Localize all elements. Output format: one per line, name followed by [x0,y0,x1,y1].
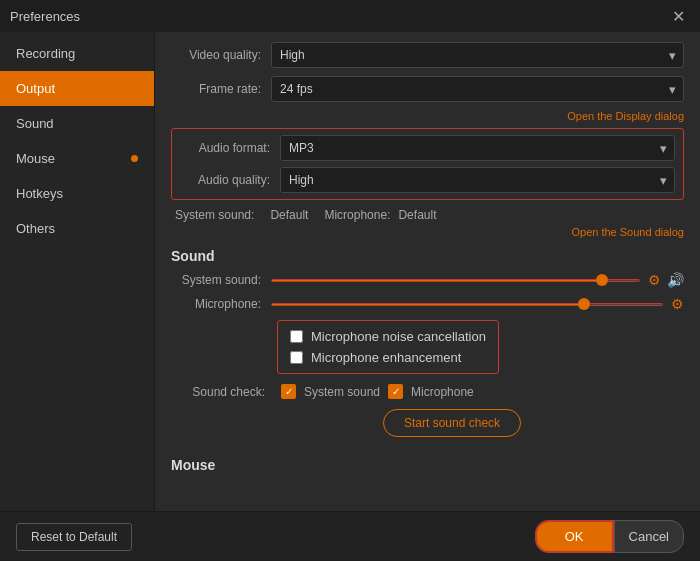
reset-to-default-button[interactable]: Reset to Default [16,523,132,551]
microphone-status-value: Default [398,208,436,222]
microphone-checkboxes-container: Microphone noise cancellation Microphone… [277,320,684,374]
microphone-slider-row: Microphone: ⚙ [171,296,684,312]
audio-format-label: Audio format: [180,141,280,155]
audio-quality-label: Audio quality: [180,173,280,187]
system-sound-check-label: System sound [304,385,380,399]
microphone-check-checkbox[interactable]: ✓ [388,384,403,399]
system-sound-check-checkbox[interactable]: ✓ [281,384,296,399]
video-quality-row: Video quality: High [171,42,684,68]
start-sound-check-container: Start sound check [277,409,684,447]
audio-settings-box: Audio format: MP3 Audio quality: High [171,128,684,200]
sidebar-item-mouse[interactable]: Mouse [0,141,154,176]
audio-format-select[interactable]: MP3 [280,135,675,161]
sound-check-row: Sound check: ✓ System sound ✓ Microphone [171,384,684,399]
open-sound-dialog-link[interactable]: Open the Sound dialog [171,226,684,238]
enhancement-row: Microphone enhancement [290,350,486,365]
sidebar-item-others-label: Others [16,221,55,236]
system-sound-slider-track[interactable] [271,279,640,282]
mouse-section-heading: Mouse [171,457,684,473]
system-sound-icons: ⚙ 🔊 [648,272,684,288]
sidebar-item-others[interactable]: Others [0,211,154,246]
noise-cancellation-checkbox[interactable] [290,330,303,343]
audio-format-select-wrapper: MP3 [280,135,675,161]
microphone-slider-thumb[interactable] [578,298,590,310]
audio-quality-select-wrapper: High [280,167,675,193]
start-sound-check-button[interactable]: Start sound check [383,409,521,437]
sound-status-row: System sound: Default Microphone: Defaul… [171,208,684,222]
sidebar-item-output[interactable]: Output [0,71,154,106]
system-sound-slider-row: System sound: ⚙ 🔊 [171,272,684,288]
system-sound-status-value: Default [270,208,308,222]
main-panel: Video quality: High Frame rate: 24 fps O… [155,32,700,511]
preferences-window: Preferences ✕ Recording Output Sound Mou… [0,0,700,561]
sidebar: Recording Output Sound Mouse Hotkeys Oth… [0,32,155,511]
video-quality-select-wrapper: High [271,42,684,68]
microphone-options-box: Microphone noise cancellation Microphone… [277,320,499,374]
audio-format-row: Audio format: MP3 [180,135,675,161]
system-sound-settings-icon[interactable]: ⚙ [648,272,661,288]
audio-quality-select[interactable]: High [280,167,675,193]
ok-cancel-group: OK Cancel [535,520,684,553]
frame-rate-row: Frame rate: 24 fps [171,76,684,102]
system-sound-status-label: System sound: [175,208,254,222]
microphone-slider-label: Microphone: [171,297,271,311]
system-sound-slider-fill [272,280,602,281]
sidebar-item-sound-label: Sound [16,116,54,131]
sidebar-item-recording[interactable]: Recording [0,36,154,71]
audio-quality-row: Audio quality: High [180,167,675,193]
window-title: Preferences [10,9,80,24]
close-button[interactable]: ✕ [666,4,690,28]
bottom-bar: Reset to Default OK Cancel [0,511,700,561]
sidebar-item-sound[interactable]: Sound [0,106,154,141]
open-display-dialog-link[interactable]: Open the Display dialog [171,110,684,122]
cancel-button[interactable]: Cancel [614,520,684,553]
microphone-slider-fill [272,304,584,305]
video-quality-label: Video quality: [171,48,271,62]
microphone-check-label: Microphone [411,385,474,399]
system-sound-volume-icon[interactable]: 🔊 [667,272,684,288]
frame-rate-select-wrapper: 24 fps [271,76,684,102]
noise-cancellation-row: Microphone noise cancellation [290,329,486,344]
mouse-dot-indicator [131,155,138,162]
sidebar-item-mouse-label: Mouse [16,151,55,166]
system-sound-slider-label: System sound: [171,273,271,287]
frame-rate-label: Frame rate: [171,82,271,96]
sidebar-item-recording-label: Recording [16,46,75,61]
sidebar-item-output-label: Output [16,81,55,96]
sound-check-label: Sound check: [175,385,265,399]
enhancement-label: Microphone enhancement [311,350,461,365]
ok-button[interactable]: OK [535,520,614,553]
microphone-status-label: Microphone: [324,208,390,222]
frame-rate-select[interactable]: 24 fps [271,76,684,102]
sidebar-item-hotkeys-label: Hotkeys [16,186,63,201]
video-quality-select[interactable]: High [271,42,684,68]
noise-cancellation-label: Microphone noise cancellation [311,329,486,344]
sidebar-item-hotkeys[interactable]: Hotkeys [0,176,154,211]
microphone-slider-track[interactable] [271,303,663,306]
microphone-icons: ⚙ [671,296,684,312]
title-bar: Preferences ✕ [0,0,700,32]
content-area: Recording Output Sound Mouse Hotkeys Oth… [0,32,700,511]
system-sound-slider-thumb[interactable] [596,274,608,286]
sound-section-heading: Sound [171,248,684,264]
enhancement-checkbox[interactable] [290,351,303,364]
microphone-settings-icon[interactable]: ⚙ [671,296,684,312]
